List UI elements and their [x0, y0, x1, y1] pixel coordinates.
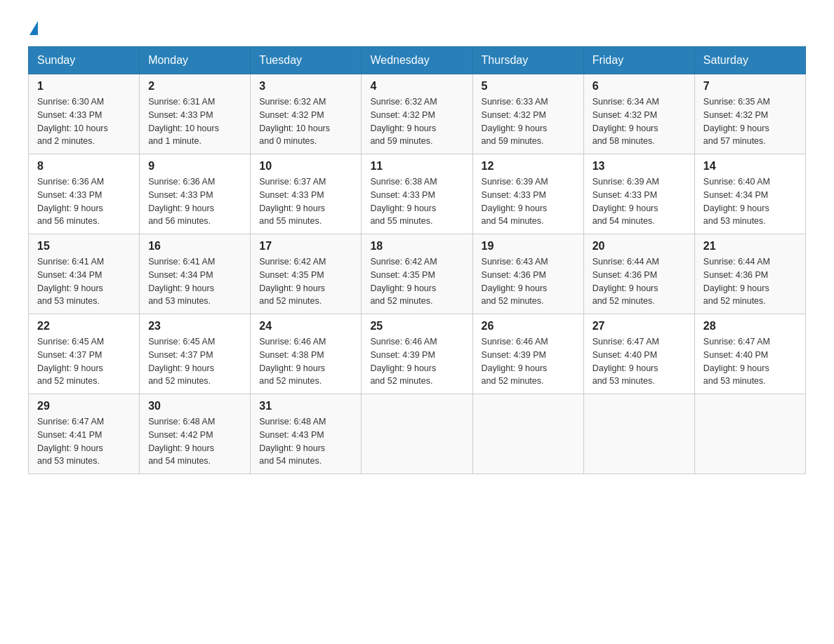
day-info: Sunrise: 6:46 AMSunset: 4:38 PMDaylight:… [259, 335, 352, 388]
day-info: Sunrise: 6:32 AMSunset: 4:32 PMDaylight:… [370, 95, 463, 148]
calendar-table: SundayMondayTuesdayWednesdayThursdayFrid… [28, 46, 806, 474]
calendar-day-cell: 17 Sunrise: 6:42 AMSunset: 4:35 PMDaylig… [251, 234, 362, 314]
day-info: Sunrise: 6:42 AMSunset: 4:35 PMDaylight:… [259, 255, 352, 308]
calendar-week-row: 8 Sunrise: 6:36 AMSunset: 4:33 PMDayligh… [29, 154, 806, 234]
day-info: Sunrise: 6:39 AMSunset: 4:33 PMDaylight:… [593, 175, 686, 228]
day-info: Sunrise: 6:38 AMSunset: 4:33 PMDaylight:… [370, 175, 463, 228]
calendar-day-cell: 13 Sunrise: 6:39 AMSunset: 4:33 PMDaylig… [583, 154, 694, 234]
day-info: Sunrise: 6:47 AMSunset: 4:41 PMDaylight:… [37, 415, 131, 468]
day-info: Sunrise: 6:30 AMSunset: 4:33 PMDaylight:… [37, 95, 131, 148]
day-number: 1 [37, 80, 131, 93]
calendar-day-cell: 14 Sunrise: 6:40 AMSunset: 4:34 PMDaylig… [694, 154, 805, 234]
calendar-day-cell: 1 Sunrise: 6:30 AMSunset: 4:33 PMDayligh… [29, 74, 140, 154]
day-info: Sunrise: 6:32 AMSunset: 4:32 PMDaylight:… [259, 95, 352, 148]
page-header [28, 21, 806, 32]
day-number: 22 [37, 320, 131, 333]
day-info: Sunrise: 6:44 AMSunset: 4:36 PMDaylight:… [703, 255, 797, 308]
day-info: Sunrise: 6:47 AMSunset: 4:40 PMDaylight:… [703, 335, 797, 388]
calendar-week-row: 22 Sunrise: 6:45 AMSunset: 4:37 PMDaylig… [29, 314, 806, 394]
calendar-day-cell: 27 Sunrise: 6:47 AMSunset: 4:40 PMDaylig… [583, 314, 694, 394]
logo [28, 21, 38, 32]
day-info: Sunrise: 6:41 AMSunset: 4:34 PMDaylight:… [37, 255, 131, 308]
day-number: 24 [259, 320, 352, 333]
day-number: 31 [259, 400, 352, 412]
calendar-day-cell: 28 Sunrise: 6:47 AMSunset: 4:40 PMDaylig… [694, 314, 805, 394]
calendar-day-cell: 26 Sunrise: 6:46 AMSunset: 4:39 PMDaylig… [472, 314, 583, 394]
calendar-day-cell: 12 Sunrise: 6:39 AMSunset: 4:33 PMDaylig… [472, 154, 583, 234]
day-info: Sunrise: 6:46 AMSunset: 4:39 PMDaylight:… [370, 335, 463, 388]
day-number: 17 [259, 240, 352, 253]
day-info: Sunrise: 6:33 AMSunset: 4:32 PMDaylight:… [482, 95, 575, 148]
calendar-day-cell: 5 Sunrise: 6:33 AMSunset: 4:32 PMDayligh… [472, 74, 583, 154]
day-number: 13 [593, 160, 686, 173]
day-info: Sunrise: 6:45 AMSunset: 4:37 PMDaylight:… [37, 335, 131, 388]
calendar-day-cell: 23 Sunrise: 6:45 AMSunset: 4:37 PMDaylig… [140, 314, 251, 394]
day-info: Sunrise: 6:37 AMSunset: 4:33 PMDaylight:… [259, 175, 352, 228]
day-number: 26 [482, 320, 575, 333]
day-number: 15 [37, 240, 131, 253]
calendar-day-cell: 2 Sunrise: 6:31 AMSunset: 4:33 PMDayligh… [140, 74, 251, 154]
day-info: Sunrise: 6:35 AMSunset: 4:32 PMDaylight:… [703, 95, 797, 148]
weekday-header-monday: Monday [140, 47, 251, 74]
day-number: 27 [593, 320, 686, 333]
day-number: 2 [148, 80, 241, 93]
calendar-day-cell: 30 Sunrise: 6:48 AMSunset: 4:42 PMDaylig… [140, 394, 251, 474]
calendar-day-cell: 4 Sunrise: 6:32 AMSunset: 4:32 PMDayligh… [362, 74, 472, 154]
day-number: 29 [37, 400, 131, 412]
day-info: Sunrise: 6:40 AMSunset: 4:34 PMDaylight:… [703, 175, 797, 228]
day-number: 6 [593, 80, 686, 93]
calendar-day-cell: 20 Sunrise: 6:44 AMSunset: 4:36 PMDaylig… [583, 234, 694, 314]
day-number: 12 [482, 160, 575, 173]
calendar-day-cell [694, 394, 805, 474]
calendar-day-cell: 16 Sunrise: 6:41 AMSunset: 4:34 PMDaylig… [140, 234, 251, 314]
weekday-header-tuesday: Tuesday [251, 47, 362, 74]
weekday-header-thursday: Thursday [472, 47, 583, 74]
calendar-day-cell: 25 Sunrise: 6:46 AMSunset: 4:39 PMDaylig… [362, 314, 472, 394]
weekday-header-row: SundayMondayTuesdayWednesdayThursdayFrid… [29, 47, 806, 74]
day-info: Sunrise: 6:31 AMSunset: 4:33 PMDaylight:… [148, 95, 241, 148]
calendar-day-cell: 7 Sunrise: 6:35 AMSunset: 4:32 PMDayligh… [694, 74, 805, 154]
calendar-day-cell: 18 Sunrise: 6:42 AMSunset: 4:35 PMDaylig… [362, 234, 472, 314]
day-info: Sunrise: 6:41 AMSunset: 4:34 PMDaylight:… [148, 255, 241, 308]
calendar-day-cell: 11 Sunrise: 6:38 AMSunset: 4:33 PMDaylig… [362, 154, 472, 234]
weekday-header-sunday: Sunday [29, 47, 140, 74]
weekday-header-wednesday: Wednesday [362, 47, 472, 74]
day-number: 4 [370, 80, 463, 93]
day-number: 7 [703, 80, 797, 93]
day-info: Sunrise: 6:43 AMSunset: 4:36 PMDaylight:… [482, 255, 575, 308]
day-number: 5 [482, 80, 575, 93]
day-info: Sunrise: 6:45 AMSunset: 4:37 PMDaylight:… [148, 335, 241, 388]
calendar-day-cell: 10 Sunrise: 6:37 AMSunset: 4:33 PMDaylig… [251, 154, 362, 234]
day-number: 16 [148, 240, 241, 253]
calendar-day-cell: 15 Sunrise: 6:41 AMSunset: 4:34 PMDaylig… [29, 234, 140, 314]
calendar-day-cell: 31 Sunrise: 6:48 AMSunset: 4:43 PMDaylig… [251, 394, 362, 474]
day-info: Sunrise: 6:48 AMSunset: 4:42 PMDaylight:… [148, 415, 241, 468]
day-number: 14 [703, 160, 797, 173]
calendar-day-cell: 29 Sunrise: 6:47 AMSunset: 4:41 PMDaylig… [29, 394, 140, 474]
day-number: 28 [703, 320, 797, 333]
calendar-day-cell: 19 Sunrise: 6:43 AMSunset: 4:36 PMDaylig… [472, 234, 583, 314]
calendar-day-cell: 21 Sunrise: 6:44 AMSunset: 4:36 PMDaylig… [694, 234, 805, 314]
day-number: 30 [148, 400, 241, 412]
calendar-day-cell: 8 Sunrise: 6:36 AMSunset: 4:33 PMDayligh… [29, 154, 140, 234]
weekday-header-friday: Friday [583, 47, 694, 74]
calendar-day-cell: 6 Sunrise: 6:34 AMSunset: 4:32 PMDayligh… [583, 74, 694, 154]
calendar-week-row: 29 Sunrise: 6:47 AMSunset: 4:41 PMDaylig… [29, 394, 806, 474]
weekday-header-saturday: Saturday [694, 47, 805, 74]
day-info: Sunrise: 6:46 AMSunset: 4:39 PMDaylight:… [482, 335, 575, 388]
calendar-day-cell [583, 394, 694, 474]
day-number: 23 [148, 320, 241, 333]
day-number: 18 [370, 240, 463, 253]
day-info: Sunrise: 6:36 AMSunset: 4:33 PMDaylight:… [37, 175, 131, 228]
day-info: Sunrise: 6:47 AMSunset: 4:40 PMDaylight:… [593, 335, 686, 388]
day-number: 11 [370, 160, 463, 173]
day-number: 10 [259, 160, 352, 173]
calendar-day-cell [472, 394, 583, 474]
day-number: 19 [482, 240, 575, 253]
day-number: 8 [37, 160, 131, 173]
day-number: 25 [370, 320, 463, 333]
calendar-week-row: 15 Sunrise: 6:41 AMSunset: 4:34 PMDaylig… [29, 234, 806, 314]
day-number: 3 [259, 80, 352, 93]
calendar-day-cell [362, 394, 472, 474]
day-number: 21 [703, 240, 797, 253]
